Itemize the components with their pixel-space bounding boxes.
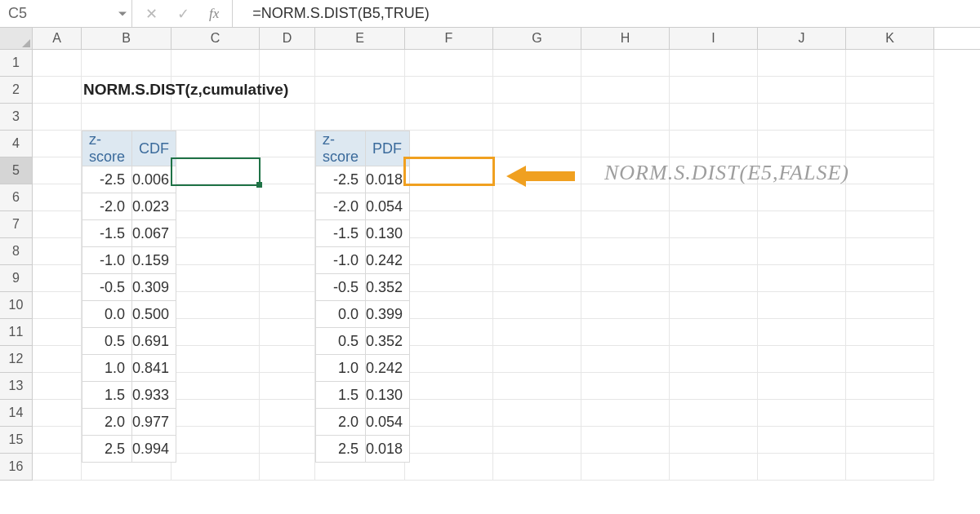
cell-C16[interactable] [172,454,260,481]
row-header-15[interactable]: 15 [0,427,33,454]
cell-F2[interactable] [405,77,493,104]
table-cell[interactable]: -1.5 [316,220,366,247]
cell-H9[interactable] [581,265,670,292]
cell-K12[interactable] [846,346,934,373]
table-cell[interactable]: -1.0 [316,247,366,274]
cell-A2[interactable] [33,77,82,104]
cell-I15[interactable] [670,427,758,454]
cell-H15[interactable] [581,427,670,454]
row-header-16[interactable]: 16 [0,454,33,481]
table-cell[interactable]: -2.0 [82,193,132,220]
cell-H14[interactable] [581,400,670,427]
cell-H11[interactable] [581,319,670,346]
col-header-I[interactable]: I [670,28,758,49]
table-cell[interactable]: 0.5 [316,328,366,355]
cell-F8[interactable] [405,238,493,265]
table-cell[interactable]: -2.5 [82,166,132,193]
table-cell[interactable]: 0.0 [316,301,366,328]
row-header-7[interactable]: 7 [0,211,33,238]
cell-I1[interactable] [670,50,758,77]
cell-E3[interactable] [315,104,405,131]
cell-I8[interactable] [670,238,758,265]
cell-A5[interactable] [33,157,82,184]
name-box-dropdown-icon[interactable] [118,11,127,16]
cell-G1[interactable] [493,50,581,77]
cell-F7[interactable] [405,211,493,238]
table-cell[interactable]: 1.5 [82,382,132,409]
col-header-H[interactable]: H [581,28,670,49]
table-cell[interactable]: 0.159 [132,247,176,274]
cell-A12[interactable] [33,346,82,373]
cell-I9[interactable] [670,265,758,292]
cell-K13[interactable] [846,373,934,400]
cell-K7[interactable] [846,211,934,238]
cell-F4[interactable] [405,131,493,157]
cell-C3[interactable] [172,104,260,131]
cell-G6[interactable] [493,184,581,211]
cell-G14[interactable] [493,400,581,427]
table-cell[interactable]: 0.054 [366,193,410,220]
row-header-14[interactable]: 14 [0,400,33,427]
cell-D4[interactable] [260,131,315,157]
table-cell[interactable]: 1.0 [82,355,132,382]
row-header-2[interactable]: 2 [0,77,33,104]
cell-C9[interactable] [172,265,260,292]
cell-I3[interactable] [670,104,758,131]
cell-C1[interactable] [172,50,260,77]
row-header-13[interactable]: 13 [0,373,33,400]
cell-A15[interactable] [33,427,82,454]
row-header-9[interactable]: 9 [0,265,33,292]
cell-H12[interactable] [581,346,670,373]
cell-G3[interactable] [493,104,581,131]
row-header-10[interactable]: 10 [0,292,33,319]
cell-H1[interactable] [581,50,670,77]
cell-F16[interactable] [405,454,493,481]
table-cell[interactable]: 0.399 [366,301,410,328]
formula-input[interactable]: =NORM.S.DIST(B5,TRUE) [233,0,980,27]
cell-I6[interactable] [670,184,758,211]
cell-A3[interactable] [33,104,82,131]
cell-G2[interactable] [493,77,581,104]
table-cell[interactable]: -0.5 [316,274,366,301]
cell-K2[interactable] [846,77,934,104]
cell-B3[interactable] [82,104,172,131]
cell-F15[interactable] [405,427,493,454]
table-cell[interactable]: 1.0 [316,355,366,382]
cell-D15[interactable] [260,427,315,454]
cell-F12[interactable] [405,346,493,373]
cell-C11[interactable] [172,319,260,346]
cell-K1[interactable] [846,50,934,77]
cell-F13[interactable] [405,373,493,400]
spreadsheet-grid[interactable]: ABCDEFGHIJK 12345678910111213141516 NORM… [0,28,980,481]
cell-F10[interactable] [405,292,493,319]
table-cell[interactable]: 2.0 [82,409,132,436]
col-header-C[interactable]: C [172,28,260,49]
table-cell[interactable]: 0.691 [132,328,176,355]
table-cell[interactable]: 0.018 [366,166,410,193]
cell-D13[interactable] [260,373,315,400]
cell-K14[interactable] [846,400,934,427]
table-cell[interactable]: 0.352 [366,274,410,301]
cell-F6[interactable] [405,184,493,211]
table-cell[interactable]: 0.130 [366,382,410,409]
table-cell[interactable]: 0.5 [82,328,132,355]
col-header-A[interactable]: A [33,28,82,49]
row-header-6[interactable]: 6 [0,184,33,211]
cell-D10[interactable] [260,292,315,319]
cell-D11[interactable] [260,319,315,346]
cell-J3[interactable] [758,104,846,131]
cell-D8[interactable] [260,238,315,265]
cell-I7[interactable] [670,211,758,238]
cell-G13[interactable] [493,373,581,400]
cell-K15[interactable] [846,427,934,454]
cell-A16[interactable] [33,454,82,481]
cell-K4[interactable] [846,131,934,157]
table-cell[interactable]: 0.242 [366,247,410,274]
cell-C4[interactable] [172,131,260,157]
table-cell[interactable]: 0.023 [132,193,176,220]
cell-A14[interactable] [33,400,82,427]
cell-K11[interactable] [846,319,934,346]
table-cell[interactable]: 2.5 [316,436,366,463]
cell-I11[interactable] [670,319,758,346]
cell-H8[interactable] [581,238,670,265]
